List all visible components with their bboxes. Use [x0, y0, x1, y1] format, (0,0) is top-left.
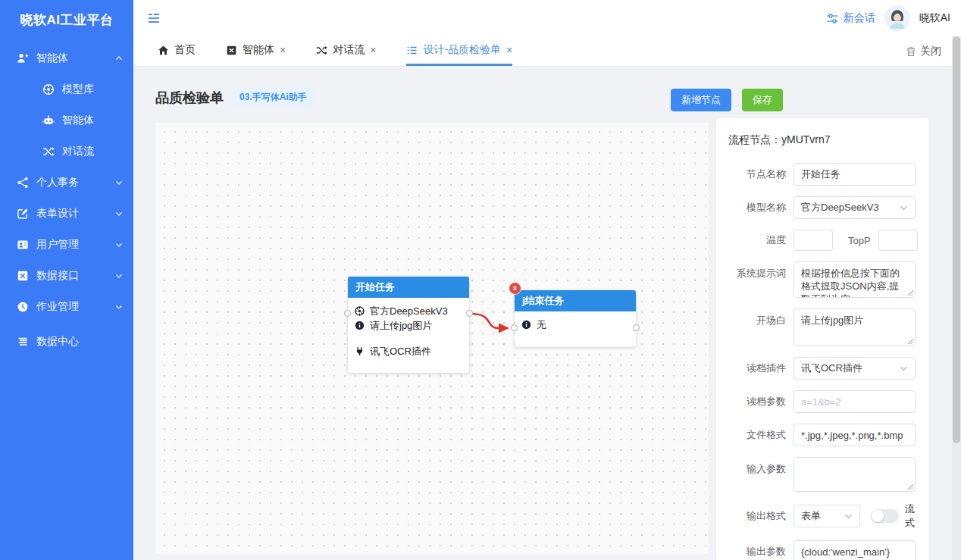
temperature-input[interactable] — [794, 230, 833, 251]
sidebar-item-data-center[interactable]: 数据中心 — [0, 326, 133, 357]
topp-input[interactable] — [878, 230, 918, 251]
stream-toggle-label: 流式 — [905, 502, 916, 530]
field-label: 模型名称 — [728, 201, 786, 214]
field-node-name: 节点名称 — [728, 163, 916, 186]
info-icon — [355, 321, 365, 330]
flow-node-label: 流程节点： — [728, 133, 781, 145]
model-icon — [42, 83, 55, 95]
node-title[interactable]: 开始任务 — [348, 277, 469, 298]
home-icon — [158, 45, 169, 56]
field-label: 开场白 — [728, 308, 786, 327]
output-format-select[interactable]: 表单 — [794, 505, 860, 527]
sidebar-item-agents[interactable]: 智能体 — [0, 42, 133, 74]
flow-node-start-task[interactable]: 开始任务 官方DeepSeekV3 请上传jpg图片 讯飞OCR插件 — [348, 277, 469, 373]
field-label: 温度 — [728, 233, 786, 247]
input-params-textarea[interactable] — [794, 457, 916, 492]
tab-close-icon[interactable]: × — [506, 45, 512, 55]
flow-canvas[interactable]: 开始任务 官方DeepSeekV3 请上传jpg图片 讯飞OCR插件 — [155, 123, 709, 554]
chevron-up-icon — [115, 52, 123, 64]
field-label: 文件格式 — [728, 428, 786, 442]
sidebar-item-label: 对话流 — [62, 145, 94, 158]
node-properties-panel: 流程节点：yMUTvrn7 节点名称 模型名称 官方DeepSeekV3 温度 … — [716, 118, 929, 560]
output-port[interactable] — [633, 324, 640, 331]
field-label: 输出参数 — [728, 545, 786, 558]
list-icon — [406, 45, 418, 56]
sidebar-item-model-library[interactable]: 模型库 — [0, 74, 133, 105]
sidebar-menu: 智能体 模型库 智能体 对话流 — [0, 41, 133, 357]
plug-icon — [355, 346, 365, 356]
flow-node-end-task[interactable]: × j结束任务 无 — [515, 290, 636, 347]
field-label: 输出格式 — [728, 509, 786, 523]
edit-icon — [17, 208, 29, 220]
sidebar-item-chatflow[interactable]: 对话流 — [0, 136, 133, 167]
sidebar-item-label: 智能体 — [36, 52, 68, 65]
input-port[interactable] — [344, 310, 351, 317]
save-button[interactable]: 保存 — [742, 89, 783, 111]
content-header: 品质检验单 03.手写体Ai助手 — [155, 88, 314, 107]
sidebar-item-job-management[interactable]: 作业管理 — [0, 291, 133, 322]
clock-icon — [17, 301, 29, 313]
username[interactable]: 晓软AI — [919, 11, 950, 25]
field-label: 系统提示词 — [728, 261, 786, 280]
field-output-params: 输出参数 — [728, 540, 916, 560]
tab-close-icon[interactable]: × — [370, 45, 376, 55]
tab-label: 首页 — [174, 43, 196, 57]
output-port[interactable] — [466, 310, 473, 317]
sidebar-item-data-interface[interactable]: 数据接口 — [0, 260, 133, 291]
node-row-text: 讯飞OCR插件 — [370, 344, 431, 358]
app-root: 晓软AI工业平台 智能体 模型库 智能体 — [0, 0, 961, 560]
add-node-button[interactable]: 新增节点 — [671, 89, 731, 111]
field-system-prompt: 系统提示词 根据报价信息按下面的格式提取JSON内容,提取不到为空。 — [728, 261, 916, 298]
output-params-input[interactable] — [794, 540, 916, 560]
app-title: 晓软AI工业平台 — [0, 0, 133, 41]
topbar-right: 新会话 晓软AI — [826, 5, 961, 31]
sidebar-item-label: 作业管理 — [36, 300, 79, 314]
trash-icon — [906, 46, 916, 57]
header-buttons: 新增节点 保存 — [671, 89, 783, 111]
model-name-select[interactable]: 官方DeepSeekV3 — [794, 196, 916, 219]
field-opening: 开场白 请上传jpg图片 — [728, 308, 916, 346]
system-prompt-textarea[interactable]: 根据报价信息按下面的格式提取JSON内容,提取不到为空。 — [794, 261, 916, 298]
file-format-input[interactable] — [794, 424, 916, 446]
sidebar-item-label: 数据接口 — [36, 269, 79, 283]
node-title[interactable]: j结束任务 — [515, 290, 636, 311]
new-session-button[interactable]: 新会话 — [826, 11, 875, 25]
node-body: 官方DeepSeekV3 请上传jpg图片 讯飞OCR插件 — [348, 298, 469, 366]
field-label: 节点名称 — [728, 167, 786, 181]
node-row-text: 官方DeepSeekV3 — [370, 304, 448, 318]
data-center-icon — [17, 336, 29, 348]
sidebar-item-label: 用户管理 — [36, 238, 79, 252]
close-all-button[interactable]: 关闭 — [906, 36, 952, 66]
tab-chatflow[interactable]: 对话流 × — [316, 36, 376, 66]
sidebar-item-agent[interactable]: 智能体 — [0, 105, 133, 136]
chevron-down-icon — [900, 364, 908, 373]
main-content: 品质检验单 03.手写体Ai助手 新增节点 保存 开始任务 官方DeepSeek… — [133, 67, 952, 560]
collapse-menu-icon[interactable] — [147, 11, 161, 25]
assistant-badge: 03.手写体Ai助手 — [233, 88, 314, 107]
info-icon — [521, 320, 531, 330]
field-label: 读档插件 — [728, 361, 786, 375]
flow-node-id: yMUTvrn7 — [781, 133, 831, 145]
sidebar-item-form-design[interactable]: 表单设计 — [0, 198, 133, 229]
node-row-text: 请上传jpg图片 — [370, 318, 432, 333]
stream-toggle[interactable] — [871, 509, 899, 523]
delete-node-icon[interactable]: × — [509, 283, 521, 294]
doc-plugin-select[interactable]: 讯飞OCR插件 — [794, 357, 916, 380]
field-label: 输入参数 — [728, 457, 786, 476]
tabs: 首页 智能体 × 对话流 × 设计-品质检验单 × — [158, 36, 543, 66]
node-name-input[interactable] — [794, 163, 916, 186]
sidebar-item-user-management[interactable]: 用户管理 — [0, 229, 133, 260]
node-row-text: 无 — [537, 318, 546, 332]
agent-icon — [226, 45, 237, 56]
tab-close-icon[interactable]: × — [280, 45, 286, 55]
doc-params-input[interactable] — [794, 390, 916, 413]
input-port[interactable] — [511, 324, 518, 331]
page-scrollbar[interactable] — [952, 36, 961, 560]
tab-home[interactable]: 首页 — [158, 36, 196, 66]
sidebar-item-personal[interactable]: 个人事务 — [0, 167, 133, 198]
tab-design-quality-form[interactable]: 设计-品质检验单 × — [406, 36, 512, 66]
opening-textarea[interactable]: 请上传jpg图片 — [794, 308, 916, 346]
scrollbar-thumb[interactable] — [953, 36, 960, 443]
tab-agents[interactable]: 智能体 × — [226, 36, 286, 66]
avatar[interactable] — [884, 5, 910, 31]
